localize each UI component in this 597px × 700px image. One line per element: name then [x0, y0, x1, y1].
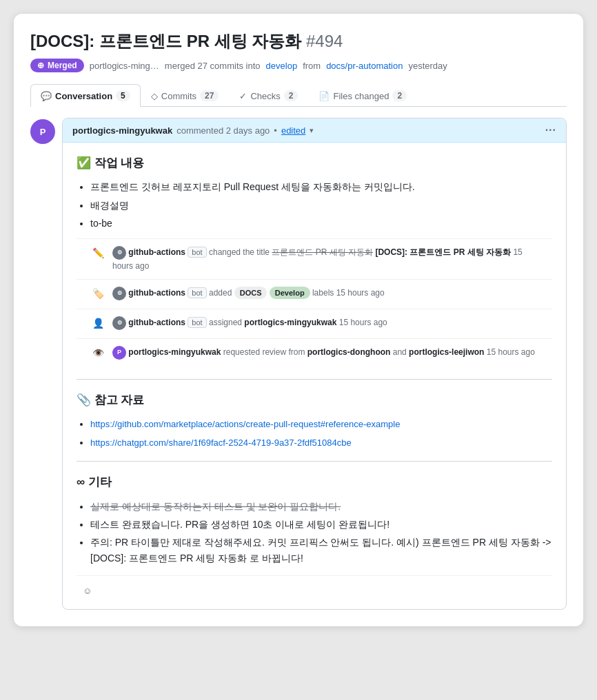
activity-text: P portlogics-mingyukwak requested review…: [112, 346, 538, 360]
comment-body: ✅ 작업 내용 프론트엔드 깃허브 레포지토리 Pull Request 세팅을…: [63, 143, 566, 609]
actor-name: portlogics-mingyukwak: [128, 347, 221, 357]
eye-icon: 👁️: [90, 346, 105, 361]
commits-count: 27: [200, 90, 219, 101]
activity-text: ⚙ github-actions bot added DOCS Develop …: [112, 287, 538, 300]
bot-tag: bot: [188, 287, 206, 298]
comment-dot: •: [274, 125, 277, 136]
conversation-count: 5: [116, 90, 130, 101]
label-develop: Develop: [270, 287, 310, 300]
pr-time: yesterday: [408, 61, 447, 71]
source-branch-link[interactable]: docs/pr-automation: [326, 61, 403, 71]
comment-meta: commented 2 days ago: [176, 125, 270, 136]
files-icon: 📄: [318, 91, 330, 101]
activity-time: 15 hours ago: [487, 347, 535, 357]
user-avatar: P: [112, 346, 126, 360]
from-text: from: [303, 61, 321, 71]
tab-checks[interactable]: ✓ Checks 2: [229, 84, 308, 107]
tab-checks-label: Checks: [250, 91, 280, 101]
pr-card: [DOCS]: 프론트엔드 PR 세팅 자동화 #494 Merged port…: [14, 14, 583, 626]
section-divider-2: [77, 461, 552, 462]
label-docs: DOCS: [234, 287, 267, 300]
activity-item-review: 👁️ P portlogics-mingyukwak requested rev…: [77, 338, 552, 368]
edited-chevron-icon: ▾: [310, 126, 314, 135]
comment-more-button[interactable]: ···: [545, 124, 556, 136]
bot-name: github-actions: [128, 247, 188, 257]
avatar: P: [30, 119, 55, 144]
bot-avatar: ⚙: [112, 287, 126, 300]
comment-outer: P portlogics-mingyukwak commented 2 days…: [30, 118, 567, 610]
pr-title: [DOCS]: 프론트엔드 PR 세팅 자동화 #494: [30, 30, 567, 52]
list-item: 배경설명: [90, 198, 552, 213]
comment-edited-link[interactable]: edited: [281, 125, 305, 136]
pencil-icon: ✏️: [90, 246, 105, 261]
activity-item-assign: 👤 ⚙ github-actions bot assigned portlogi…: [77, 309, 552, 338]
comment-block-wrapper: portlogics-mingyukwak commented 2 days a…: [62, 118, 567, 610]
comment-block: portlogics-mingyukwak commented 2 days a…: [62, 118, 567, 610]
reaction-bar: ☺: [77, 575, 552, 598]
tabs-bar: 💬 Conversation 5 ◇ Commits 27 ✓ Checks 2…: [30, 83, 567, 107]
references-heading: 📎 참고 자료: [77, 391, 552, 409]
task-list: 프론트엔드 깃허브 레포지토리 Pull Request 세팅을 자동화하는 커…: [90, 179, 552, 231]
activity-text: ⚙ github-actions bot changed the title 프…: [112, 246, 538, 272]
pr-action-text: merged 27 commits into: [165, 61, 261, 71]
reaction-button[interactable]: ☺: [77, 584, 98, 598]
checks-icon: ✓: [239, 91, 247, 101]
list-item: 주의: PR 타이틀만 제대로 작성해주세요. 커밋 프리픽스 안써도 됩니다.…: [90, 535, 552, 566]
person-icon: 👤: [90, 316, 105, 331]
merged-badge: Merged: [30, 59, 84, 72]
files-count: 2: [392, 90, 407, 101]
bot-tag: bot: [188, 247, 206, 258]
activity-item-labels: 🏷️ ⚙ github-actions bot added DOCS Devel…: [77, 279, 552, 309]
task-heading: ✅ 작업 내용: [77, 154, 552, 172]
list-item: to-be: [90, 216, 552, 231]
list-item: 실제로 예상대로 동작하는지 테스트 및 보완이 필요합니다.: [90, 499, 552, 514]
tab-commits-label: Commits: [161, 91, 196, 101]
activity-time: 15 hours ago: [336, 288, 385, 298]
activity-item-title-change: ✏️ ⚙ github-actions bot changed the titl…: [77, 238, 552, 279]
reviewer-1: portlogics-donghoon: [307, 347, 391, 357]
activity-time: 15 hours ago: [339, 318, 387, 327]
ref-link-2[interactable]: https://chatgpt.com/share/1f69facf-2524-…: [90, 436, 552, 451]
assignee-name: portlogics-mingyukwak: [244, 318, 336, 327]
pr-meta: Merged portlogics-ming… merged 27 commit…: [30, 59, 567, 72]
pr-author: portlogics-ming…: [90, 61, 159, 71]
tab-conversation-label: Conversation: [55, 91, 112, 101]
commits-icon: ◇: [151, 91, 158, 101]
tab-files-label: Files changed: [333, 91, 389, 101]
pr-title-text: [DOCS]: 프론트엔드 PR 세팅 자동화: [30, 32, 301, 50]
tab-commits[interactable]: ◇ Commits 27: [141, 84, 230, 107]
list-item: https://github.com/marketplace/actions/c…: [90, 416, 552, 432]
checks-count: 2: [284, 90, 298, 101]
old-title: 프론트엔드 PR 세팅 자동화: [272, 247, 373, 257]
bot-name: github-actions: [128, 288, 188, 298]
reviewer-2: portlogics-leejiwon: [409, 347, 484, 357]
pr-number: #494: [306, 32, 343, 50]
references-list: https://github.com/marketplace/actions/c…: [90, 416, 552, 451]
bot-avatar: ⚙: [112, 316, 126, 330]
label-icon: 🏷️: [90, 287, 105, 302]
strikethrough-text: 실제로 예상대로 동작하는지 테스트 및 보완이 필요합니다.: [90, 501, 341, 512]
bot-name: github-actions: [128, 318, 188, 327]
other-heading: ∞ 기타: [77, 473, 552, 491]
section-divider: [77, 379, 552, 380]
conversation-icon: 💬: [41, 91, 52, 101]
activity-text: ⚙ github-actions bot assigned portlogics…: [112, 316, 538, 330]
list-item: https://chatgpt.com/share/1f69facf-2524-…: [90, 435, 552, 451]
comment-header: portlogics-mingyukwak commented 2 days a…: [63, 119, 566, 143]
bot-avatar: ⚙: [112, 246, 126, 260]
list-item: 프론트엔드 깃허브 레포지토리 Pull Request 세팅을 자동화하는 커…: [90, 179, 552, 194]
tab-files-changed[interactable]: 📄 Files changed 2: [308, 84, 417, 107]
comment-author: portlogics-mingyukwak: [72, 125, 172, 136]
new-title: [DOCS]: 프론트엔드 PR 세팅 자동화: [375, 247, 511, 257]
list-item: 테스트 완료됐습니다. PR을 생성하면 10초 이내로 세팅이 완료됩니다!: [90, 517, 552, 532]
other-list: 실제로 예상대로 동작하는지 테스트 및 보완이 필요합니다. 테스트 완료됐습…: [90, 499, 552, 566]
comment-header-left: portlogics-mingyukwak commented 2 days a…: [72, 125, 314, 136]
tab-conversation[interactable]: 💬 Conversation 5: [30, 84, 141, 107]
ref-link-1[interactable]: https://github.com/marketplace/actions/c…: [90, 418, 552, 432]
bot-tag: bot: [188, 317, 206, 328]
target-branch-link[interactable]: develop: [266, 61, 298, 71]
